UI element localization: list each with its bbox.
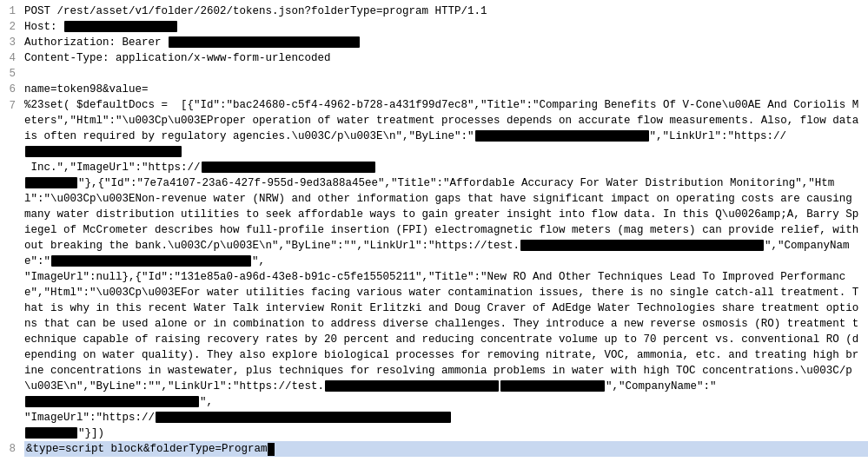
line-5: 5 xyxy=(0,66,868,82)
line-number-3: 3 xyxy=(0,35,24,50)
code-viewer: 1 POST /rest/asset/v1/folder/2602/tokens… xyxy=(0,0,868,475)
redacted-linkurl-3b xyxy=(500,380,605,392)
redacted-imageurl-2b xyxy=(25,427,77,439)
line-content-4: Content-Type: application/x-www-form-url… xyxy=(24,50,868,66)
redacted-imageurl-1 xyxy=(202,162,375,173)
line-number-4: 4 xyxy=(0,50,24,66)
line-number-2: 2 xyxy=(0,19,24,35)
line-3: 3 Authorization: Bearer xyxy=(0,35,868,50)
redacted-auth xyxy=(169,36,360,48)
line-content-2: Host: xyxy=(24,19,868,35)
line-number-1: 1 xyxy=(0,3,24,19)
line-4: 4 Content-Type: application/x-www-form-u… xyxy=(0,50,868,66)
line-8: 8 &type=script block&folderType=Program xyxy=(0,441,868,457)
redacted-linkurl-1 xyxy=(25,146,182,157)
line-6: 6 name=token98&value= xyxy=(0,82,868,97)
line-1: 1 POST /rest/asset/v1/folder/2602/tokens… xyxy=(0,3,868,19)
line-content-1: POST /rest/asset/v1/folder/2602/tokens.j… xyxy=(24,3,868,19)
redacted-company-2 xyxy=(25,396,199,407)
line-7: 7 %23set( $defaultDocs = [{"Id":"bac2468… xyxy=(0,97,868,441)
redacted-company-1 xyxy=(51,255,251,267)
redacted-byline-1 xyxy=(475,130,649,142)
line-number-5: 5 xyxy=(0,66,24,82)
line-number-6: 6 xyxy=(0,82,24,97)
redacted-linkurl-2 xyxy=(520,240,764,251)
text-cursor xyxy=(268,443,275,456)
line-2: 2 Host: xyxy=(0,19,868,35)
redacted-extra-1 xyxy=(25,177,77,188)
redacted-host xyxy=(64,21,177,32)
redacted-linkurl-3 xyxy=(325,380,499,392)
line-content-5 xyxy=(24,66,868,82)
line-number-8: 8 xyxy=(0,441,24,457)
line-content-8: &type=script block&folderType=Program xyxy=(24,441,868,457)
line-content-7: %23set( $defaultDocs = [{"Id":"bac24680-… xyxy=(24,97,868,441)
line-content-6: name=token98&value= xyxy=(24,82,868,97)
redacted-imageurl-2 xyxy=(156,412,451,423)
line-number-7: 7 xyxy=(0,97,24,114)
line-content-3: Authorization: Bearer xyxy=(24,35,868,50)
